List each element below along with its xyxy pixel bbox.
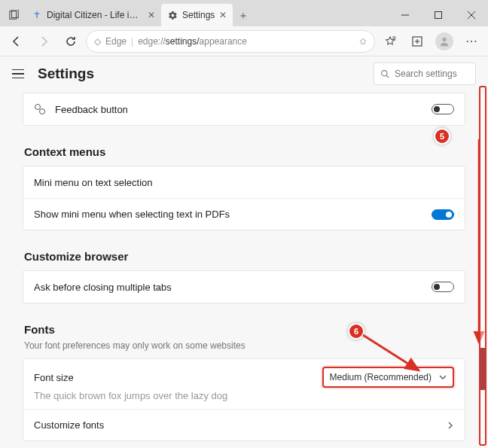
dropdown-value: Medium (Recommended) (330, 372, 432, 382)
svg-point-12 (442, 37, 446, 41)
toggle-on[interactable] (432, 209, 454, 220)
close-button[interactable] (455, 4, 488, 26)
tab-inactive[interactable]: ✝ Digital Citizen - Life in a digital w … (26, 4, 161, 26)
tab-active[interactable]: Settings ✕ (161, 4, 233, 26)
svg-point-16 (40, 109, 45, 114)
row-label: Font size (34, 372, 322, 383)
annotation-badge-6: 6 (348, 323, 364, 340)
svg-rect-3 (435, 12, 442, 19)
chevron-right-icon (447, 422, 454, 429)
card: Mini menu on text selection Show mini me… (23, 166, 465, 230)
toggle-off[interactable] (432, 282, 454, 292)
refresh-button[interactable] (59, 29, 83, 53)
gear-icon (167, 10, 178, 20)
row-customize-fonts[interactable]: Customize fonts (23, 409, 465, 440)
main: Feedback button Context menus Mini menu … (0, 91, 488, 446)
search-placeholder: Search settings (395, 69, 457, 79)
svg-line-14 (386, 75, 389, 78)
avatar (435, 32, 453, 50)
row-label: Ask before closing multiple tabs (34, 282, 424, 293)
svg-point-13 (382, 70, 387, 75)
chevron-down-icon (439, 373, 447, 381)
tabstrip: ✝ Digital Citizen - Life in a digital w … (0, 0, 389, 26)
svg-point-15 (35, 105, 41, 110)
titlebar: ✝ Digital Citizen - Life in a digital w … (0, 0, 488, 26)
section-title: Context menus (24, 145, 465, 158)
row-label: Customize fonts (34, 419, 439, 431)
font-size-dropdown[interactable]: Medium (Recommended) (322, 367, 454, 388)
toggle-off[interactable] (432, 104, 454, 114)
section-title: Customize browser (24, 250, 465, 263)
row-mini-menu[interactable]: Mini menu on text selection (23, 166, 465, 198)
card: Feedback button (23, 93, 465, 126)
row-font-size[interactable]: Font size Medium (Recommended) The quick… (23, 359, 465, 409)
edge-icon: ◇ (94, 36, 101, 47)
scrollbar-thumb[interactable] (480, 348, 486, 390)
section-desc: Your font preferences may only work on s… (24, 340, 465, 351)
favorites-button[interactable] (378, 29, 402, 53)
row-label: Show mini menu when selecting text in PD… (34, 209, 424, 220)
card: Font size Medium (Recommended) The quick… (23, 358, 465, 441)
tab-label: Settings (182, 10, 215, 20)
annotation-badge-5: 5 (434, 128, 450, 145)
back-button[interactable] (5, 29, 29, 53)
more-button[interactable]: ⋯ (459, 29, 483, 53)
search-icon (380, 69, 390, 79)
brand-label: Edge (105, 36, 127, 47)
star-icon[interactable]: ✩ (359, 36, 367, 47)
close-icon[interactable]: ✕ (219, 10, 227, 20)
minimize-button[interactable] (389, 4, 422, 26)
scrollbar-highlight (479, 86, 486, 446)
tab-actions-button[interactable] (3, 4, 26, 26)
card: Ask before closing multiple tabs (23, 270, 465, 303)
forward-button (32, 29, 56, 53)
search-input[interactable]: Search settings (374, 62, 476, 85)
content: Settings Search settings Feedback button… (0, 56, 488, 448)
font-sample: The quick brown fox jumps over the lazy … (34, 390, 454, 401)
toolbar: ◇ Edge | edge://settings/appearance ✩ ⋯ (0, 26, 488, 56)
new-tab-button[interactable]: ＋ (233, 5, 254, 26)
menu-button[interactable] (12, 66, 29, 82)
maximize-button[interactable] (422, 4, 455, 26)
page-title: Settings (38, 66, 364, 82)
collections-button[interactable] (405, 29, 429, 53)
row-label: Mini menu on text selection (34, 177, 454, 188)
row-label: Feedback button (55, 104, 424, 115)
cross-icon: ✝ (32, 10, 42, 20)
section-title: Fonts (24, 323, 465, 336)
window-controls (389, 4, 488, 26)
row-mini-pdf[interactable]: Show mini menu when selecting text in PD… (23, 198, 465, 230)
row-ask-close[interactable]: Ask before closing multiple tabs (23, 271, 465, 303)
feedback-icon (34, 103, 47, 115)
tab-label: Digital Citizen - Life in a digital w (47, 10, 143, 20)
address-bar[interactable]: ◇ Edge | edge://settings/appearance ✩ (86, 30, 375, 53)
row-feedback[interactable]: Feedback button (23, 93, 465, 125)
close-icon[interactable]: ✕ (148, 10, 155, 20)
settings-header: Settings Search settings (0, 56, 488, 91)
url-text: edge://settings/appearance (138, 36, 247, 47)
profile-button[interactable] (432, 29, 456, 53)
